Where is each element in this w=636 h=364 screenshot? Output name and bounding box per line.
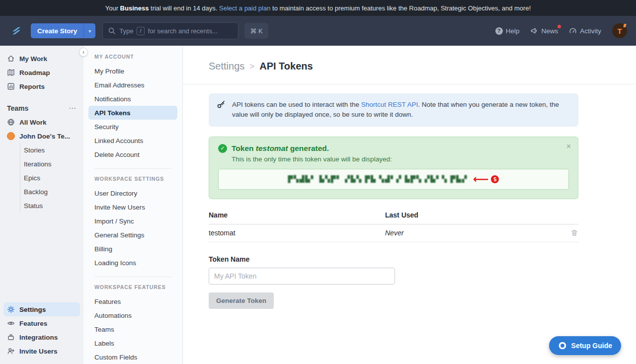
teams-section-header: Teams ···: [0, 101, 83, 115]
delete-token-button[interactable]: [570, 229, 578, 237]
annotation-step-badge: 5: [491, 175, 499, 183]
table-row: testomat Never: [209, 224, 578, 242]
sidebar-item-reports[interactable]: Reports: [0, 79, 83, 93]
chevron-down-icon: ▾: [88, 28, 91, 34]
settings-nav-import-sync[interactable]: Import / Sync: [88, 214, 177, 228]
banner-text: trial will end in 14 days.: [149, 4, 219, 12]
settings-nav-features[interactable]: Features: [88, 294, 177, 308]
teams-more-button[interactable]: ···: [69, 105, 77, 112]
sidebar-item-roadmap[interactable]: Roadmap: [0, 66, 83, 79]
app-window: Your Business trial will end in 14 days.…: [0, 0, 636, 364]
help-icon: ?: [495, 27, 503, 35]
tokens-table-header: Name Last Used: [209, 211, 578, 224]
sidebar-item-my-work[interactable]: My Work: [0, 52, 83, 66]
settings-nav-general-settings[interactable]: General Settings: [88, 228, 177, 242]
section-divider: [94, 277, 171, 277]
nav-item-label: My Profile: [94, 68, 124, 75]
select-paid-plan-link[interactable]: Select a paid plan: [219, 4, 270, 12]
sidebar-item-settings[interactable]: Settings: [3, 302, 80, 316]
trash-icon: [570, 229, 578, 237]
settings-nav-linked-accounts[interactable]: Linked Accounts: [88, 134, 177, 147]
token-row-last-used: Never: [385, 229, 403, 237]
column-header-name: Name: [209, 211, 385, 219]
token-generated-alert: ✓ Token testomat generated. This is the …: [209, 137, 578, 199]
settings-nav-invite-new-users[interactable]: Invite New Users: [88, 200, 177, 214]
settings-nav-teams[interactable]: Teams: [88, 322, 177, 336]
settings-nav-notifications[interactable]: Notifications: [88, 92, 177, 106]
invite-user-icon: [7, 347, 15, 355]
main-content: Settings > API Tokens API tokens can be …: [183, 46, 636, 364]
teams-header-label: Teams: [7, 104, 28, 112]
settings-nav-security[interactable]: Security: [88, 120, 177, 134]
sidebar-item-integrations[interactable]: Integrations: [0, 330, 83, 344]
team-sub-list: Stories Iterations Epics Backlog Status: [20, 143, 83, 213]
search-input[interactable]: Type / for search and recents...: [102, 22, 238, 39]
sidebar-item-invite-users[interactable]: Invite Users: [0, 344, 83, 358]
sidebar-item-features[interactable]: Features: [0, 316, 83, 330]
header-divider: [183, 84, 636, 84]
primary-sidebar: ‹ My Work Roadmap Reports Team: [0, 46, 83, 364]
bar-chart-icon: [7, 82, 15, 90]
settings-nav-custom-fields[interactable]: Custom Fields: [88, 350, 177, 364]
create-story-caret-button[interactable]: ▾: [83, 23, 95, 38]
generate-token-button[interactable]: Generate Token: [209, 292, 274, 309]
token-name-label: Token Name: [209, 255, 578, 263]
settings-nav-api-tokens[interactable]: API Tokens: [88, 106, 177, 120]
news-button[interactable]: News: [530, 27, 558, 35]
nav-item-label: Email Addresses: [94, 81, 145, 89]
activity-button[interactable]: Activity: [569, 27, 601, 35]
annotation-arrow-icon: ⟵: [473, 174, 489, 185]
sidebar-item-backlog[interactable]: Backlog: [20, 185, 83, 199]
sidebar-item-label: Reports: [19, 83, 45, 90]
setup-guide-button[interactable]: Setup Guide: [549, 336, 621, 355]
activity-label: Activity: [580, 27, 601, 35]
sidebar-item-stories[interactable]: Stories: [20, 143, 83, 157]
sidebar-item-team[interactable]: John Doe's Te...: [0, 129, 83, 143]
settings-nav-email-addresses[interactable]: Email Addresses: [88, 78, 177, 92]
settings-nav-my-profile[interactable]: My Profile: [88, 64, 177, 78]
api-info-banner: API tokens can be used to interact with …: [209, 93, 578, 127]
content-row: ‹ My Work Roadmap Reports Team: [0, 46, 636, 364]
nav-item-label: Delete Account: [94, 151, 140, 158]
breadcrumb-settings-link[interactable]: Settings: [209, 61, 244, 72]
sidebar-item-epics[interactable]: Epics: [20, 171, 83, 185]
token-value-redacted: ▛▚▟▙▘ ▙▚▛▘ ▞▙▚ ▛▙ ▚▟▘▞ ▙▛▚ ▞▙▘▚ ▛▙▞: [288, 175, 468, 183]
token-name: testomat: [256, 144, 288, 152]
avatar-initial: T: [617, 27, 622, 35]
create-story-button[interactable]: Create Story: [31, 23, 83, 38]
home-icon: [7, 55, 15, 63]
sidebar-item-status[interactable]: Status: [20, 199, 83, 213]
banner-text: to maintain access to premium features l…: [270, 4, 531, 12]
user-avatar[interactable]: T: [612, 23, 627, 38]
sub-item-label: Iterations: [24, 160, 52, 168]
sidebar-item-all-work[interactable]: All Work: [0, 115, 83, 129]
close-icon[interactable]: ×: [566, 142, 571, 151]
token-name-input[interactable]: [209, 268, 395, 285]
shortcut-logo[interactable]: [9, 23, 24, 38]
search-icon: [108, 27, 116, 35]
collapse-sidebar-button[interactable]: ‹: [79, 48, 88, 57]
section-header-workspace-features: WORKSPACE FEATURES: [83, 284, 182, 290]
settings-nav-loading-icons[interactable]: Loading Icons: [88, 256, 177, 270]
settings-nav-user-directory[interactable]: User Directory: [88, 186, 177, 200]
avatar-accent: [623, 24, 626, 27]
setup-guide-label: Setup Guide: [571, 342, 612, 350]
map-icon: [7, 69, 15, 76]
settings-nav-labels[interactable]: Labels: [88, 336, 177, 350]
settings-nav-delete-account[interactable]: Delete Account: [88, 147, 177, 161]
nav-item-label: User Directory: [94, 190, 137, 197]
rest-api-link[interactable]: Shortcut REST API: [361, 101, 418, 108]
help-button[interactable]: ? Help: [495, 27, 520, 35]
megaphone-icon: [530, 27, 538, 35]
sidebar-item-label: Integrations: [19, 334, 58, 341]
new-token-form: Token Name Generate Token: [209, 255, 578, 309]
sidebar-item-iterations[interactable]: Iterations: [20, 157, 83, 171]
gear-icon: [7, 305, 15, 313]
trial-banner: Your Business trial will end in 14 days.…: [0, 0, 636, 16]
breadcrumb: Settings > API Tokens: [183, 46, 636, 84]
page-title: API Tokens: [259, 61, 313, 72]
nav-item-label: Linked Accounts: [94, 137, 143, 145]
nav-item-label: Loading Icons: [94, 259, 136, 267]
settings-nav-billing[interactable]: Billing: [88, 242, 177, 256]
settings-nav-automations[interactable]: Automations: [88, 308, 177, 322]
